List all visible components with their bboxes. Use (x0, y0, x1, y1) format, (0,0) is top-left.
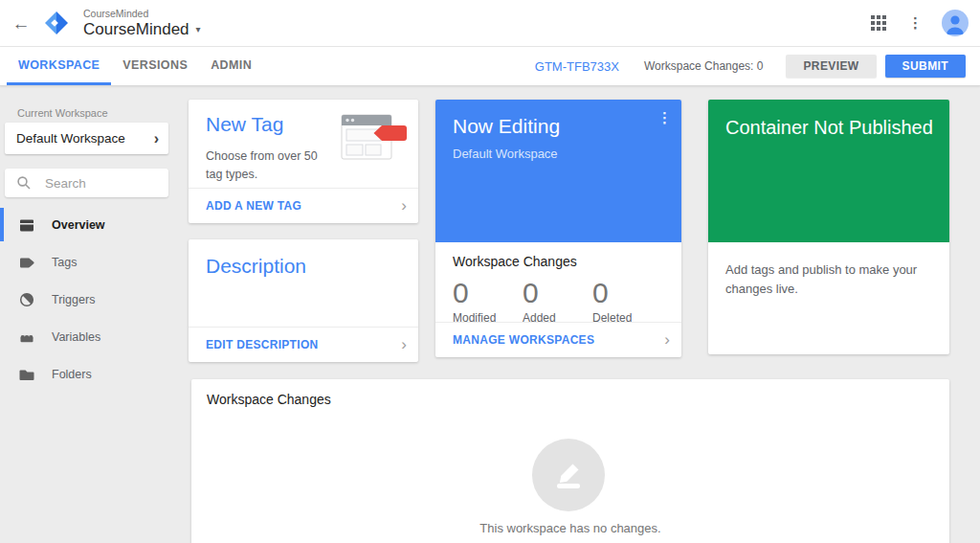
sidebar-item-label: Tags (52, 256, 77, 269)
sidebar-item-triggers[interactable]: Triggers (0, 281, 182, 318)
workspace-selector-name: Default Workspace (16, 131, 125, 146)
publish-status-banner: Container Not Published (708, 100, 949, 242)
sidebar-item-overview[interactable]: Overview (0, 206, 182, 243)
now-editing-card: Now Editing Default Workspace ⋮ Workspac… (435, 100, 681, 357)
apps-grid-icon[interactable] (870, 14, 887, 32)
sidebar-item-folders[interactable]: Folders (0, 355, 182, 393)
tab-workspace[interactable]: WORKSPACE (7, 47, 111, 85)
gtm-workspace-page: ← CourseMinded CourseMinded ▾ ⋮ (0, 0, 980, 543)
workspace-changes-panel: Workspace Changes This workspace has no … (191, 379, 949, 543)
sidebar-item-label: Variables (52, 330, 100, 344)
modified-count-value: 0 (453, 277, 523, 309)
empty-state-circle (532, 439, 605, 511)
tab-bar: WORKSPACE VERSIONS ADMIN GTM-TFB733X Wor… (0, 47, 980, 86)
changes-panel-title: Workspace Changes (207, 392, 331, 407)
search-input[interactable] (43, 175, 148, 192)
now-editing-title: Now Editing (453, 115, 560, 138)
tab-admin[interactable]: ADMIN (199, 47, 263, 85)
trigger-icon (18, 291, 35, 308)
now-editing-workspace: Default Workspace (453, 147, 558, 161)
chevron-right-icon: › (401, 196, 407, 215)
search-icon (16, 175, 32, 191)
sidebar-item-label: Triggers (52, 293, 95, 306)
workspace-changes-heading: Workspace Changes (453, 254, 577, 269)
preview-button[interactable]: PREVIEW (786, 55, 876, 78)
sidebar-item-variables[interactable]: Variables (0, 318, 182, 355)
new-tag-title: New Tag (206, 113, 283, 136)
sidebar-search[interactable] (5, 169, 168, 197)
container-name: CourseMinded (83, 21, 189, 37)
tag-icon (18, 254, 35, 271)
chevron-right-icon: › (154, 130, 159, 147)
chevron-down-icon: ▾ (196, 25, 201, 34)
account-name: CourseMinded (83, 9, 201, 19)
publish-status-card: Container Not Published Add tags and pub… (708, 100, 949, 354)
publish-status-message: Add tags and publish to make your change… (725, 260, 928, 299)
edit-description-label: EDIT DESCRIPTION (206, 338, 318, 351)
workspace-changes-count: Workspace Changes: 0 (644, 59, 764, 73)
back-icon[interactable]: ← (0, 0, 42, 47)
current-workspace-label: Current Workspace (17, 107, 108, 119)
chevron-right-icon: › (401, 335, 407, 354)
workspace-changes-summary: Workspace Changes 0 Modified 0 Added 0 D… (435, 242, 681, 357)
sidebar-item-tags[interactable]: Tags (0, 243, 182, 281)
add-new-tag-action[interactable]: ADD A NEW TAG › (189, 188, 418, 223)
sidebar-item-label: Overview (52, 218, 105, 232)
pencil-icon (548, 455, 589, 495)
added-count-value: 0 (523, 277, 592, 309)
sidebar: Current Workspace Default Workspace › Ov… (0, 86, 182, 543)
add-new-tag-label: ADD A NEW TAG (206, 199, 301, 213)
description-card: Description EDIT DESCRIPTION › (189, 239, 418, 362)
now-editing-banner: Now Editing Default Workspace ⋮ (435, 100, 681, 242)
top-header: ← CourseMinded CourseMinded ▾ ⋮ (0, 0, 980, 47)
new-tag-illustration-icon (336, 113, 411, 163)
publish-status-title: Container Not Published (725, 117, 933, 139)
manage-workspaces-label: MANAGE WORKSPACES (453, 333, 594, 347)
folder-icon (18, 366, 35, 383)
sidebar-item-label: Folders (52, 368, 92, 381)
container-id-link[interactable]: GTM-TFB733X (535, 59, 619, 74)
manage-workspaces-action[interactable]: MANAGE WORKSPACES › (435, 322, 681, 357)
description-title: Description (206, 255, 306, 278)
overview-icon (18, 216, 35, 234)
new-tag-card: New Tag Choose from over 50 tag types. A… (189, 100, 418, 223)
chevron-right-icon: › (664, 330, 670, 350)
submit-button[interactable]: SUBMIT (885, 55, 966, 78)
variables-icon (18, 328, 35, 346)
edit-description-action[interactable]: EDIT DESCRIPTION › (189, 327, 418, 362)
tab-versions[interactable]: VERSIONS (111, 47, 199, 85)
deleted-count-value: 0 (592, 277, 662, 309)
deleted-count: 0 Deleted (592, 277, 662, 325)
account-container-switcher[interactable]: CourseMinded CourseMinded ▾ (83, 9, 201, 38)
workspace-selector[interactable]: Default Workspace › (5, 123, 168, 154)
empty-state-message: This workspace has no changes. (191, 521, 949, 535)
modified-count: 0 Modified (453, 277, 523, 325)
card-more-icon[interactable]: ⋮ (657, 109, 672, 126)
new-tag-description: Choose from over 50 tag types. (206, 147, 332, 184)
header-more-icon[interactable]: ⋮ (908, 14, 923, 32)
user-avatar[interactable] (942, 10, 969, 36)
gtm-logo-icon (44, 11, 69, 35)
added-count: 0 Added (523, 277, 592, 325)
